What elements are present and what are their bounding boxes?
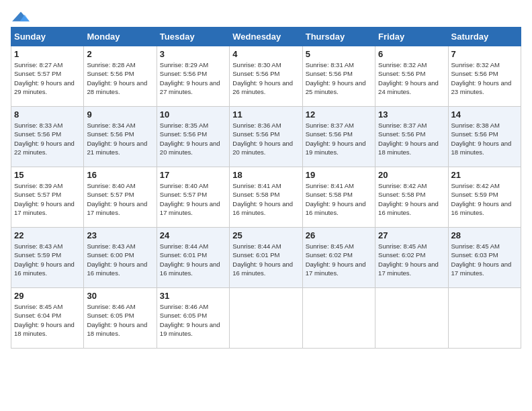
day-number: 8 <box>14 109 81 120</box>
day-number: 31 <box>160 291 226 301</box>
logo-icon <box>11 11 31 24</box>
day-info: Sunrise: 8:30 AM Sunset: 5:56 PM Dayligh… <box>232 60 299 96</box>
day-header-thursday: Thursday <box>302 28 375 46</box>
day-number: 20 <box>378 170 445 180</box>
calendar-cell: 25Sunrise: 8:44 AM Sunset: 6:01 PM Dayli… <box>230 228 302 288</box>
calendar-cell: 12Sunrise: 8:37 AM Sunset: 5:56 PM Dayli… <box>302 107 375 167</box>
day-number: 21 <box>451 170 518 180</box>
day-number: 4 <box>232 49 299 59</box>
day-info: Sunrise: 8:42 AM Sunset: 5:59 PM Dayligh… <box>451 181 518 217</box>
calendar-cell: 16Sunrise: 8:40 AM Sunset: 5:57 PM Dayli… <box>84 167 157 228</box>
day-info: Sunrise: 8:32 AM Sunset: 5:56 PM Dayligh… <box>451 60 518 96</box>
day-number: 17 <box>160 170 226 180</box>
day-info: Sunrise: 8:41 AM Sunset: 5:58 PM Dayligh… <box>306 181 372 217</box>
day-number: 15 <box>14 170 81 180</box>
day-info: Sunrise: 8:44 AM Sunset: 6:01 PM Dayligh… <box>232 242 299 277</box>
day-info: Sunrise: 8:37 AM Sunset: 5:56 PM Dayligh… <box>378 121 445 156</box>
day-info: Sunrise: 8:32 AM Sunset: 5:56 PM Dayligh… <box>378 60 445 96</box>
day-number: 11 <box>232 109 299 120</box>
calendar-cell: 13Sunrise: 8:37 AM Sunset: 5:56 PM Dayli… <box>375 107 448 167</box>
calendar-cell: 18Sunrise: 8:41 AM Sunset: 5:58 PM Dayli… <box>230 167 302 228</box>
day-number: 6 <box>378 49 445 59</box>
logo <box>11 11 31 24</box>
calendar-week-row: 8Sunrise: 8:33 AM Sunset: 5:56 PM Daylig… <box>11 107 521 167</box>
day-info: Sunrise: 8:27 AM Sunset: 5:57 PM Dayligh… <box>14 60 81 96</box>
day-number: 16 <box>87 170 153 180</box>
day-info: Sunrise: 8:42 AM Sunset: 5:58 PM Dayligh… <box>378 181 445 217</box>
calendar-cell: 29Sunrise: 8:45 AM Sunset: 6:04 PM Dayli… <box>11 288 84 349</box>
day-number: 29 <box>14 291 81 301</box>
day-info: Sunrise: 8:45 AM Sunset: 6:02 PM Dayligh… <box>306 242 372 277</box>
calendar-cell: 3Sunrise: 8:29 AM Sunset: 5:56 PM Daylig… <box>157 46 229 107</box>
day-info: Sunrise: 8:44 AM Sunset: 6:01 PM Dayligh… <box>160 242 226 277</box>
day-number: 25 <box>232 230 299 240</box>
day-number: 26 <box>306 230 372 240</box>
day-info: Sunrise: 8:29 AM Sunset: 5:56 PM Dayligh… <box>160 60 226 96</box>
day-header-friday: Friday <box>375 28 448 46</box>
calendar-week-row: 15Sunrise: 8:39 AM Sunset: 5:57 PM Dayli… <box>11 167 521 228</box>
day-number: 7 <box>451 49 518 59</box>
day-number: 9 <box>87 109 153 120</box>
calendar-week-row: 1Sunrise: 8:27 AM Sunset: 5:57 PM Daylig… <box>11 46 521 107</box>
day-info: Sunrise: 8:39 AM Sunset: 5:57 PM Dayligh… <box>14 181 81 217</box>
calendar-cell: 9Sunrise: 8:34 AM Sunset: 5:56 PM Daylig… <box>84 107 157 167</box>
calendar-week-row: 29Sunrise: 8:45 AM Sunset: 6:04 PM Dayli… <box>11 288 521 349</box>
calendar-cell: 1Sunrise: 8:27 AM Sunset: 5:57 PM Daylig… <box>11 46 84 107</box>
day-info: Sunrise: 8:40 AM Sunset: 5:57 PM Dayligh… <box>160 181 226 217</box>
day-number: 3 <box>160 49 226 59</box>
calendar-cell: 28Sunrise: 8:45 AM Sunset: 6:03 PM Dayli… <box>448 228 521 288</box>
calendar-cell: 17Sunrise: 8:40 AM Sunset: 5:57 PM Dayli… <box>157 167 229 228</box>
day-number: 10 <box>160 109 226 120</box>
day-info: Sunrise: 8:33 AM Sunset: 5:56 PM Dayligh… <box>14 121 81 156</box>
day-info: Sunrise: 8:34 AM Sunset: 5:56 PM Dayligh… <box>87 121 153 156</box>
day-info: Sunrise: 8:31 AM Sunset: 5:56 PM Dayligh… <box>306 60 372 96</box>
day-info: Sunrise: 8:46 AM Sunset: 6:05 PM Dayligh… <box>160 302 226 338</box>
calendar-cell <box>448 288 521 349</box>
calendar-cell: 11Sunrise: 8:36 AM Sunset: 5:56 PM Dayli… <box>230 107 302 167</box>
day-number: 13 <box>378 109 445 120</box>
calendar-cell: 24Sunrise: 8:44 AM Sunset: 6:01 PM Dayli… <box>157 228 229 288</box>
day-number: 24 <box>160 230 226 240</box>
calendar-cell: 27Sunrise: 8:45 AM Sunset: 6:02 PM Dayli… <box>375 228 448 288</box>
calendar-cell: 14Sunrise: 8:38 AM Sunset: 5:56 PM Dayli… <box>448 107 521 167</box>
day-number: 22 <box>14 230 81 240</box>
day-info: Sunrise: 8:43 AM Sunset: 6:00 PM Dayligh… <box>87 242 153 277</box>
day-number: 2 <box>87 49 153 59</box>
day-info: Sunrise: 8:38 AM Sunset: 5:56 PM Dayligh… <box>451 121 518 156</box>
day-info: Sunrise: 8:45 AM Sunset: 6:03 PM Dayligh… <box>451 242 518 277</box>
day-number: 27 <box>378 230 445 240</box>
calendar-cell: 15Sunrise: 8:39 AM Sunset: 5:57 PM Dayli… <box>11 167 84 228</box>
day-info: Sunrise: 8:41 AM Sunset: 5:58 PM Dayligh… <box>232 181 299 217</box>
calendar-cell: 10Sunrise: 8:35 AM Sunset: 5:56 PM Dayli… <box>157 107 229 167</box>
day-header-saturday: Saturday <box>448 28 521 46</box>
day-info: Sunrise: 8:40 AM Sunset: 5:57 PM Dayligh… <box>87 181 153 217</box>
day-number: 12 <box>306 109 372 120</box>
calendar-cell: 31Sunrise: 8:46 AM Sunset: 6:05 PM Dayli… <box>157 288 229 349</box>
calendar-cell: 23Sunrise: 8:43 AM Sunset: 6:00 PM Dayli… <box>84 228 157 288</box>
day-number: 23 <box>87 230 153 240</box>
calendar-cell: 2Sunrise: 8:28 AM Sunset: 5:56 PM Daylig… <box>84 46 157 107</box>
calendar-cell: 19Sunrise: 8:41 AM Sunset: 5:58 PM Dayli… <box>302 167 375 228</box>
calendar-week-row: 22Sunrise: 8:43 AM Sunset: 5:59 PM Dayli… <box>11 228 521 288</box>
day-info: Sunrise: 8:45 AM Sunset: 6:04 PM Dayligh… <box>14 302 81 338</box>
calendar-cell <box>230 288 302 349</box>
calendar-cell: 26Sunrise: 8:45 AM Sunset: 6:02 PM Dayli… <box>302 228 375 288</box>
day-info: Sunrise: 8:45 AM Sunset: 6:02 PM Dayligh… <box>378 242 445 277</box>
day-header-wednesday: Wednesday <box>230 28 302 46</box>
calendar-header-row: SundayMondayTuesdayWednesdayThursdayFrid… <box>11 28 521 46</box>
calendar-table: SundayMondayTuesdayWednesdayThursdayFrid… <box>11 27 521 349</box>
calendar-cell: 20Sunrise: 8:42 AM Sunset: 5:58 PM Dayli… <box>375 167 448 228</box>
day-number: 30 <box>87 291 153 301</box>
day-info: Sunrise: 8:35 AM Sunset: 5:56 PM Dayligh… <box>160 121 226 156</box>
calendar-cell <box>302 288 375 349</box>
day-number: 5 <box>306 49 372 59</box>
calendar-cell <box>375 288 448 349</box>
day-number: 19 <box>306 170 372 180</box>
page-header <box>11 11 521 24</box>
day-number: 28 <box>451 230 518 240</box>
calendar-cell: 22Sunrise: 8:43 AM Sunset: 5:59 PM Dayli… <box>11 228 84 288</box>
day-info: Sunrise: 8:37 AM Sunset: 5:56 PM Dayligh… <box>306 121 372 156</box>
day-number: 18 <box>232 170 299 180</box>
day-number: 1 <box>14 49 81 59</box>
day-info: Sunrise: 8:36 AM Sunset: 5:56 PM Dayligh… <box>232 121 299 156</box>
